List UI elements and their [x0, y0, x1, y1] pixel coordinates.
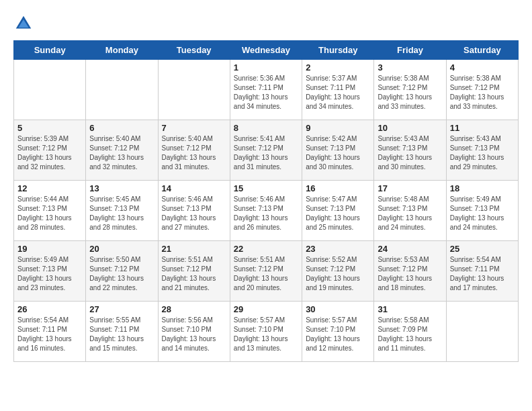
weekday-header-friday: Friday [374, 41, 446, 60]
weekday-header-tuesday: Tuesday [158, 41, 230, 60]
day-info: Sunrise: 5:42 AM Sunset: 7:13 PM Dayligh… [306, 134, 370, 172]
day-info: Sunrise: 5:45 AM Sunset: 7:13 PM Dayligh… [89, 195, 154, 232]
day-number: 26 [17, 304, 82, 314]
logo-icon [13, 13, 34, 34]
day-number: 21 [162, 244, 226, 254]
weekday-header-wednesday: Wednesday [230, 41, 302, 60]
day-number: 20 [89, 244, 154, 254]
day-info: Sunrise: 5:56 AM Sunset: 7:10 PM Dayligh… [162, 316, 226, 353]
day-info: Sunrise: 5:52 AM Sunset: 7:12 PM Dayligh… [306, 255, 370, 293]
day-info: Sunrise: 5:36 AM Sunset: 7:11 PM Dayligh… [234, 74, 298, 111]
day-info: Sunrise: 5:48 AM Sunset: 7:13 PM Dayligh… [378, 195, 442, 232]
calendar-cell: 19Sunrise: 5:49 AM Sunset: 7:13 PM Dayli… [14, 241, 86, 302]
day-info: Sunrise: 5:43 AM Sunset: 7:13 PM Dayligh… [450, 134, 515, 172]
calendar-week-row: 19Sunrise: 5:49 AM Sunset: 7:13 PM Dayli… [14, 241, 519, 302]
day-info: Sunrise: 5:39 AM Sunset: 7:12 PM Dayligh… [17, 134, 82, 172]
calendar-week-row: 26Sunrise: 5:54 AM Sunset: 7:11 PM Dayli… [14, 302, 519, 362]
calendar-week-row: 1Sunrise: 5:36 AM Sunset: 7:11 PM Daylig… [14, 60, 519, 120]
day-number: 8 [234, 123, 298, 133]
calendar-cell: 22Sunrise: 5:51 AM Sunset: 7:12 PM Dayli… [230, 241, 302, 302]
day-info: Sunrise: 5:51 AM Sunset: 7:12 PM Dayligh… [162, 255, 226, 293]
calendar-cell: 12Sunrise: 5:44 AM Sunset: 7:13 PM Dayli… [14, 181, 86, 241]
calendar-cell: 14Sunrise: 5:46 AM Sunset: 7:13 PM Dayli… [158, 181, 230, 241]
calendar-cell: 2Sunrise: 5:37 AM Sunset: 7:11 PM Daylig… [302, 60, 374, 120]
calendar-cell: 10Sunrise: 5:43 AM Sunset: 7:13 PM Dayli… [374, 120, 446, 181]
calendar-cell: 27Sunrise: 5:55 AM Sunset: 7:11 PM Dayli… [86, 302, 158, 362]
day-number: 13 [89, 183, 154, 193]
calendar-cell [86, 60, 158, 120]
day-number: 14 [162, 183, 226, 193]
weekday-header-monday: Monday [86, 41, 158, 60]
day-number: 2 [306, 62, 370, 73]
day-number: 28 [162, 304, 226, 314]
weekday-header-row: SundayMondayTuesdayWednesdayThursdayFrid… [14, 41, 519, 60]
day-number: 1 [234, 62, 298, 73]
day-info: Sunrise: 5:46 AM Sunset: 7:13 PM Dayligh… [234, 195, 298, 232]
calendar-week-row: 5Sunrise: 5:39 AM Sunset: 7:12 PM Daylig… [14, 120, 519, 181]
day-info: Sunrise: 5:44 AM Sunset: 7:13 PM Dayligh… [17, 195, 82, 232]
day-number: 17 [378, 183, 442, 193]
weekday-header-sunday: Sunday [14, 41, 86, 60]
day-info: Sunrise: 5:54 AM Sunset: 7:11 PM Dayligh… [17, 316, 82, 353]
day-info: Sunrise: 5:47 AM Sunset: 7:13 PM Dayligh… [306, 195, 370, 232]
day-number: 10 [378, 123, 442, 133]
day-info: Sunrise: 5:49 AM Sunset: 7:13 PM Dayligh… [450, 195, 515, 232]
day-info: Sunrise: 5:43 AM Sunset: 7:13 PM Dayligh… [378, 134, 442, 172]
day-info: Sunrise: 5:37 AM Sunset: 7:11 PM Dayligh… [306, 74, 370, 111]
day-info: Sunrise: 5:54 AM Sunset: 7:11 PM Dayligh… [450, 255, 515, 293]
calendar-cell: 6Sunrise: 5:40 AM Sunset: 7:12 PM Daylig… [86, 120, 158, 181]
day-info: Sunrise: 5:41 AM Sunset: 7:12 PM Dayligh… [234, 134, 298, 172]
calendar-cell: 28Sunrise: 5:56 AM Sunset: 7:10 PM Dayli… [158, 302, 230, 362]
day-number: 7 [162, 123, 226, 133]
day-number: 9 [306, 123, 370, 133]
day-info: Sunrise: 5:40 AM Sunset: 7:12 PM Dayligh… [89, 134, 154, 172]
day-number: 15 [234, 183, 298, 193]
calendar-cell: 9Sunrise: 5:42 AM Sunset: 7:13 PM Daylig… [302, 120, 374, 181]
day-info: Sunrise: 5:50 AM Sunset: 7:12 PM Dayligh… [89, 255, 154, 293]
logo [13, 13, 36, 34]
day-number: 22 [234, 244, 298, 254]
day-number: 6 [89, 123, 154, 133]
calendar-cell: 16Sunrise: 5:47 AM Sunset: 7:13 PM Dayli… [302, 181, 374, 241]
day-number: 16 [306, 183, 370, 193]
day-info: Sunrise: 5:55 AM Sunset: 7:11 PM Dayligh… [89, 316, 154, 353]
day-info: Sunrise: 5:53 AM Sunset: 7:12 PM Dayligh… [378, 255, 442, 293]
calendar-cell: 25Sunrise: 5:54 AM Sunset: 7:11 PM Dayli… [446, 241, 518, 302]
day-info: Sunrise: 5:57 AM Sunset: 7:10 PM Dayligh… [234, 316, 298, 353]
calendar-cell: 20Sunrise: 5:50 AM Sunset: 7:12 PM Dayli… [86, 241, 158, 302]
calendar-cell: 8Sunrise: 5:41 AM Sunset: 7:12 PM Daylig… [230, 120, 302, 181]
calendar-cell [446, 302, 518, 362]
calendar-cell: 24Sunrise: 5:53 AM Sunset: 7:12 PM Dayli… [374, 241, 446, 302]
calendar-cell: 26Sunrise: 5:54 AM Sunset: 7:11 PM Dayli… [14, 302, 86, 362]
calendar-cell: 30Sunrise: 5:57 AM Sunset: 7:10 PM Dayli… [302, 302, 374, 362]
day-info: Sunrise: 5:57 AM Sunset: 7:10 PM Dayligh… [306, 316, 370, 353]
day-number: 25 [450, 244, 515, 254]
calendar-cell [158, 60, 230, 120]
weekday-header-saturday: Saturday [446, 41, 518, 60]
day-info: Sunrise: 5:51 AM Sunset: 7:12 PM Dayligh… [234, 255, 298, 293]
day-info: Sunrise: 5:46 AM Sunset: 7:13 PM Dayligh… [162, 195, 226, 232]
day-number: 30 [306, 304, 370, 314]
weekday-header-thursday: Thursday [302, 41, 374, 60]
calendar-cell: 17Sunrise: 5:48 AM Sunset: 7:13 PM Dayli… [374, 181, 446, 241]
calendar-cell: 11Sunrise: 5:43 AM Sunset: 7:13 PM Dayli… [446, 120, 518, 181]
calendar-cell: 1Sunrise: 5:36 AM Sunset: 7:11 PM Daylig… [230, 60, 302, 120]
calendar-cell: 7Sunrise: 5:40 AM Sunset: 7:12 PM Daylig… [158, 120, 230, 181]
day-number: 12 [17, 183, 82, 193]
calendar-cell: 13Sunrise: 5:45 AM Sunset: 7:13 PM Dayli… [86, 181, 158, 241]
page-header [13, 13, 519, 34]
calendar-week-row: 12Sunrise: 5:44 AM Sunset: 7:13 PM Dayli… [14, 181, 519, 241]
day-number: 29 [234, 304, 298, 314]
calendar-cell: 31Sunrise: 5:58 AM Sunset: 7:09 PM Dayli… [374, 302, 446, 362]
day-info: Sunrise: 5:38 AM Sunset: 7:12 PM Dayligh… [378, 74, 442, 111]
day-number: 19 [17, 244, 82, 254]
calendar-cell: 21Sunrise: 5:51 AM Sunset: 7:12 PM Dayli… [158, 241, 230, 302]
day-number: 4 [450, 62, 515, 73]
calendar-cell: 18Sunrise: 5:49 AM Sunset: 7:13 PM Dayli… [446, 181, 518, 241]
calendar-cell: 29Sunrise: 5:57 AM Sunset: 7:10 PM Dayli… [230, 302, 302, 362]
calendar-cell: 4Sunrise: 5:38 AM Sunset: 7:12 PM Daylig… [446, 60, 518, 120]
day-info: Sunrise: 5:38 AM Sunset: 7:12 PM Dayligh… [450, 74, 515, 111]
day-number: 18 [450, 183, 515, 193]
day-info: Sunrise: 5:58 AM Sunset: 7:09 PM Dayligh… [378, 316, 442, 353]
day-info: Sunrise: 5:40 AM Sunset: 7:12 PM Dayligh… [162, 134, 226, 172]
